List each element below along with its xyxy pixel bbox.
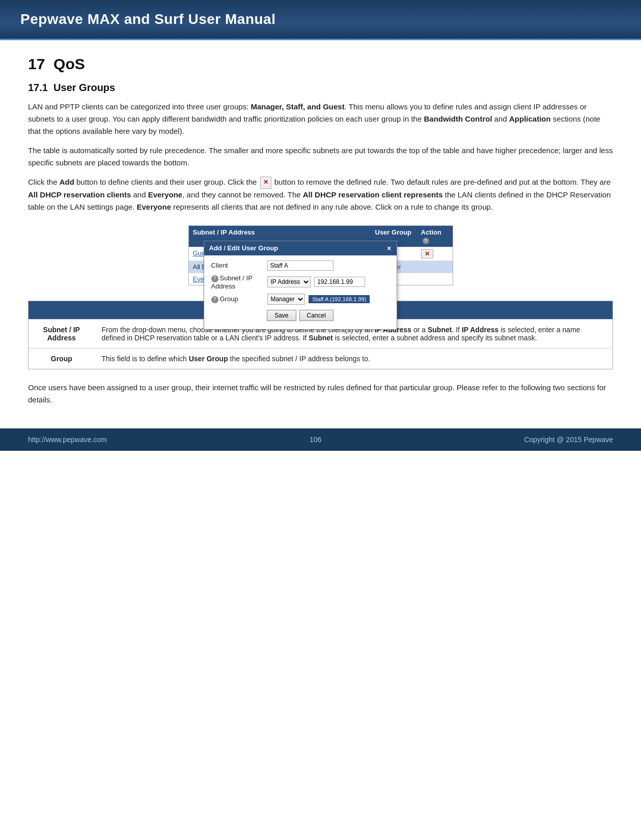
section-title: 17.1 User Groups — [28, 82, 613, 94]
dialog-subnet-row: ?Subnet / IP Address IP Address Subnet — [211, 274, 389, 290]
subnet-type-select[interactable]: IP Address Subnet — [267, 276, 311, 287]
row-action-1 — [417, 261, 453, 273]
dialog-title: Add / Edit User Group — [209, 244, 278, 252]
paragraph-end: Once users have been assigned to a user … — [28, 382, 613, 406]
x-button-inline: ✕ — [260, 177, 271, 188]
paragraph-3: Click the Add button to define clients a… — [28, 176, 613, 213]
page-header: Pepwave MAX and Surf User Manual — [0, 0, 641, 40]
paragraph-2: The table is automatically sorted by rul… — [28, 144, 613, 169]
group-label: ?Group — [211, 295, 267, 303]
bold-bandwidth: Bandwidth Control — [424, 114, 492, 123]
bold-everyone: Everyone — [148, 190, 183, 199]
table-section: Subnet / IP Address User Group Action ? … — [28, 225, 613, 285]
col-header-action: Action ? — [417, 226, 453, 247]
remove-button-0[interactable]: ✕ — [421, 249, 433, 258]
bold-add: Add — [60, 178, 74, 186]
dialog-client-row: Client — [211, 260, 389, 271]
paragraph-1: LAN and PPTP clients can be categorized … — [28, 101, 613, 137]
group-tooltip: Staff A (192.168.1.99) — [309, 295, 370, 303]
cancel-button[interactable]: Cancel — [299, 310, 333, 321]
header-title: Pepwave MAX and Surf User Manual — [20, 11, 621, 27]
client-label: Client — [211, 262, 267, 269]
chapter-title: 17 QoS — [28, 55, 613, 73]
group-select[interactable]: Manager Staff Guest — [267, 294, 305, 305]
dialog-body: Client ?Subnet / IP Address IP Address — [204, 255, 397, 329]
chapter-name: QoS — [53, 55, 85, 72]
help-icon-subnet: ? — [211, 275, 218, 282]
bold-dhcp-represents: All DHCP reservation client represents — [303, 190, 443, 199]
action-label: Action — [421, 228, 441, 236]
dialog-group-row: ?Group Manager Staff Guest Staff A (192.… — [211, 294, 389, 305]
ip-input[interactable] — [314, 277, 365, 287]
footer-copyright: Copyright @ 2015 Pepwave — [524, 436, 613, 444]
client-input[interactable] — [267, 260, 333, 271]
subnet-value: IP Address Subnet — [267, 276, 389, 287]
save-button[interactable]: Save — [267, 310, 296, 321]
dialog-titlebar: Add / Edit User Group × — [204, 241, 397, 255]
client-value — [267, 260, 389, 271]
info-field-group: Group — [29, 348, 95, 369]
group-value: Manager Staff Guest Staff A (192.168.1.9… — [267, 294, 389, 305]
bold-application: Application — [509, 114, 551, 123]
help-icon: ? — [423, 238, 429, 244]
main-content: 17 QoS 17.1 User Groups LAN and PPTP cli… — [0, 40, 641, 428]
bold-dhcp-clients: All DHCP reservation clients — [28, 190, 131, 199]
subnet-label: ?Subnet / IP Address — [211, 274, 267, 290]
info-field-subnet: Subnet / IPAddress — [29, 319, 95, 348]
dialog-buttons: Save Cancel — [211, 310, 389, 324]
row-action-0[interactable]: ✕ — [417, 247, 453, 260]
chapter-number: 17 — [28, 55, 45, 72]
row-action-2 — [417, 273, 453, 285]
bold-groups: Manager, Staff, and Guest — [250, 102, 344, 111]
page-footer: http://www.pepwave.com 106 Copyright @ 2… — [0, 428, 641, 451]
help-icon-group: ? — [211, 296, 218, 303]
footer-url: http://www.pepwave.com — [28, 436, 107, 444]
footer-page: 106 — [310, 436, 321, 444]
add-edit-dialog: Add / Edit User Group × Client ?Subne — [204, 241, 397, 330]
info-row-group: Group This field is to define which User… — [29, 348, 613, 369]
section-name: User Groups — [53, 82, 115, 93]
bold-everyone-2: Everyone — [136, 202, 171, 211]
dialog-close-button[interactable]: × — [387, 244, 391, 252]
section-number: 17.1 — [28, 82, 48, 93]
info-desc-group: This field is to define which User Group… — [95, 348, 613, 369]
